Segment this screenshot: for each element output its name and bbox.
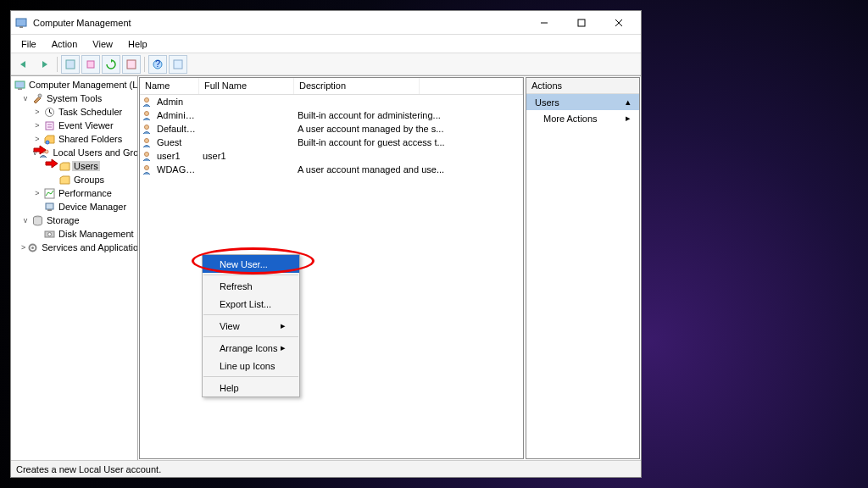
tree-item-storage[interactable]: vStorage: [11, 214, 137, 227]
actions-more[interactable]: More Actions ▸: [526, 110, 639, 126]
context-help[interactable]: Help: [203, 379, 299, 396]
user-row[interactable]: AdministratorBuilt-in account for admini…: [140, 108, 523, 122]
maximize-button[interactable]: [563, 12, 600, 34]
svg-point-34: [145, 125, 149, 129]
context-menu: New User... Refresh Export List... View▸…: [202, 254, 300, 397]
user-row[interactable]: user1user1: [140, 149, 523, 163]
svg-point-31: [31, 247, 34, 249]
expand-icon[interactable]: >: [33, 135, 42, 143]
tree-item-users[interactable]: Users: [11, 159, 137, 173]
menu-file[interactable]: File: [14, 37, 43, 51]
column-fullname[interactable]: Full Name: [199, 78, 294, 94]
titlebar: Computer Management: [11, 11, 641, 35]
expand-icon[interactable]: v: [21, 216, 30, 225]
user-icon: [142, 123, 155, 135]
user-row[interactable]: GuestBuilt-in account for guest access t…: [140, 136, 523, 149]
context-lineup[interactable]: Line up Icons: [203, 357, 299, 374]
svg-point-14: [38, 94, 42, 97]
svg-rect-3: [578, 19, 585, 26]
tree-item-device-manager[interactable]: Device Manager: [11, 200, 137, 214]
submenu-arrow-icon: ▸: [281, 320, 286, 331]
user-row[interactable]: DefaultAcco...A user account managed by …: [140, 122, 523, 136]
tree-item-groups[interactable]: Groups: [11, 173, 137, 186]
list-panel: Name Full Name Description AdminAdminist…: [139, 77, 524, 459]
back-button[interactable]: [14, 55, 33, 74]
toolbar-button-1[interactable]: [61, 55, 80, 74]
tree-item-computer-management-local[interactable]: Computer Management (Local: [11, 78, 137, 92]
tree-item-performance[interactable]: >Performance: [11, 186, 137, 200]
content-area: Computer Management (LocalvSystem Tools>…: [11, 75, 641, 460]
help-button-toolbar[interactable]: ?: [148, 55, 167, 74]
svg-rect-18: [46, 122, 53, 130]
app-icon: [14, 16, 28, 30]
menu-action[interactable]: Action: [45, 37, 85, 51]
user-row[interactable]: WDAGUtility...A user account managed and…: [140, 163, 523, 176]
user-icon: [142, 164, 155, 175]
svg-rect-7: [87, 61, 94, 68]
event-icon: [43, 119, 55, 131]
shared-icon: [43, 133, 55, 145]
forward-button[interactable]: [35, 55, 53, 74]
user-icon: [142, 136, 155, 148]
user-icon: [142, 96, 155, 108]
menu-help[interactable]: Help: [121, 37, 154, 51]
services-icon: [27, 241, 38, 253]
tree-item-task-scheduler[interactable]: >Task Scheduler: [11, 105, 137, 119]
context-export[interactable]: Export List...: [203, 295, 299, 313]
svg-rect-6: [66, 60, 75, 69]
user-row[interactable]: Admin: [140, 95, 523, 108]
minimize-button[interactable]: [526, 12, 563, 34]
menu-view[interactable]: View: [86, 37, 120, 51]
computer-management-window: Computer Management File Action View Hel…: [10, 10, 642, 478]
toolbar-button-4[interactable]: [122, 55, 141, 74]
toolbar-button-2[interactable]: [81, 55, 100, 74]
context-view[interactable]: View▸: [203, 317, 299, 335]
context-new-user[interactable]: New User...: [203, 255, 299, 273]
tree-item-services-and-applications[interactable]: >Services and Applications: [11, 241, 137, 254]
toolbar: ?: [11, 53, 641, 75]
svg-point-36: [145, 152, 149, 156]
close-button[interactable]: [600, 12, 637, 34]
list-header: Name Full Name Description: [140, 78, 523, 95]
expand-icon[interactable]: >: [33, 189, 42, 197]
svg-rect-1: [19, 26, 23, 28]
tree-item-disk-management[interactable]: Disk Management: [11, 227, 137, 241]
svg-text:?: ?: [155, 59, 160, 69]
user-icon: [142, 109, 155, 121]
tree-item-system-tools[interactable]: vSystem Tools: [11, 92, 137, 105]
tree-item-local-users-and-groups[interactable]: vLocal Users and Groups: [11, 146, 137, 159]
list-body[interactable]: AdminAdministratorBuilt-in account for a…: [140, 95, 523, 458]
tree-item-event-viewer[interactable]: >Event Viewer: [11, 119, 137, 132]
submenu-arrow-icon: ▸: [281, 342, 286, 353]
highlight-arrow-icon: [45, 158, 58, 169]
window-title: Computer Management: [33, 18, 526, 28]
tree-item-shared-folders[interactable]: >Shared Folders: [11, 132, 137, 146]
expand-icon[interactable]: >: [21, 243, 25, 252]
svg-point-33: [145, 111, 149, 115]
svg-rect-13: [18, 88, 22, 90]
svg-point-37: [145, 165, 149, 169]
context-arrange[interactable]: Arrange Icons▸: [203, 339, 299, 357]
expand-icon[interactable]: >: [33, 121, 42, 130]
device-icon: [43, 201, 55, 213]
expand-icon[interactable]: v: [21, 94, 30, 103]
column-description[interactable]: Description: [294, 78, 420, 94]
actions-users-header[interactable]: Users ▴: [526, 94, 639, 110]
svg-point-21: [46, 141, 49, 144]
status-text: Creates a new Local User account.: [16, 464, 161, 474]
svg-point-32: [145, 97, 149, 102]
mgmt-icon: [14, 79, 25, 91]
context-refresh[interactable]: Refresh: [203, 277, 299, 295]
column-name[interactable]: Name: [140, 78, 199, 94]
highlight-arrow-icon: [33, 145, 47, 155]
toolbar-button-6[interactable]: [169, 55, 187, 74]
disk-icon: [43, 228, 55, 240]
refresh-button[interactable]: [102, 55, 120, 74]
sched-icon: [43, 106, 55, 118]
actions-panel: Actions Users ▴ More Actions ▸: [526, 77, 640, 459]
svg-point-35: [145, 138, 149, 142]
tree-panel: Computer Management (LocalvSystem Tools>…: [11, 76, 138, 460]
submenu-arrow-icon: ▸: [626, 113, 631, 124]
storage-icon: [31, 214, 43, 226]
expand-icon[interactable]: >: [33, 108, 42, 116]
